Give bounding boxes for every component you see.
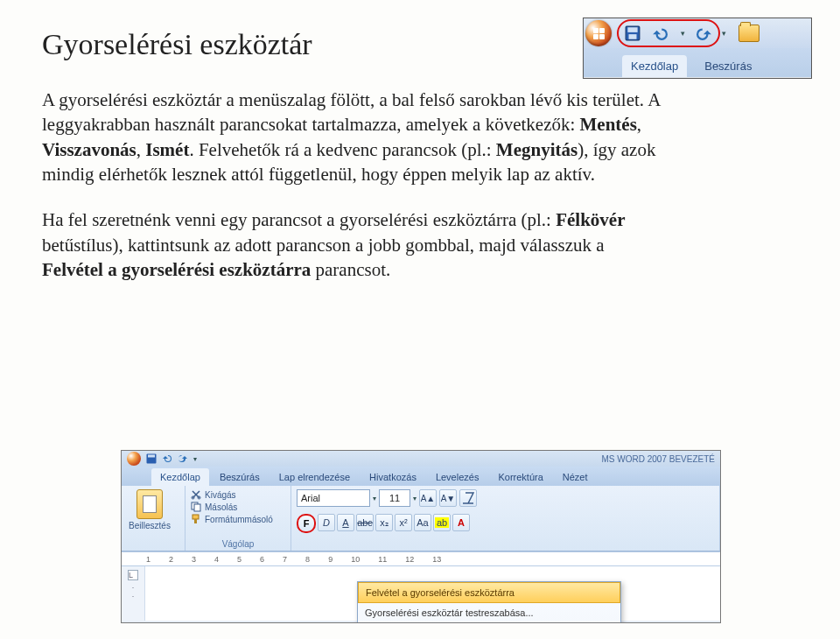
paste-button[interactable]: Beillesztés <box>127 489 172 530</box>
ribbon-content: Beillesztés Kivágás Másolás Formátummáso… <box>122 486 720 551</box>
ruler-tick: 6 <box>260 555 264 564</box>
redo-icon[interactable] <box>696 25 712 41</box>
paragraph-2: Ha fel szeretnénk venni egy parancsot a … <box>42 207 663 282</box>
p2-felkover: Félkövér <box>556 209 625 230</box>
undo-dropdown-icon[interactable]: ▾ <box>681 29 685 38</box>
grow-font-button[interactable]: A▲ <box>419 489 437 507</box>
font-color-button[interactable]: A <box>452 514 470 531</box>
paragraph-1: A gyorselérési eszköztár a menüszalag fö… <box>42 88 663 186</box>
p1-a: A gyorselérési eszköztár a menüszalag fö… <box>42 89 660 135</box>
chevron-down-icon[interactable]: ▾ <box>413 495 416 502</box>
svg-rect-9 <box>192 515 199 519</box>
ruler-tick: 10 <box>351 555 360 564</box>
tab-levelezes[interactable]: Levelezés <box>427 468 488 486</box>
clipboard-group-label: Vágólap <box>191 539 285 549</box>
redo-icon-small[interactable] <box>178 453 188 464</box>
tab-kezdolap[interactable]: Kezdőlap <box>622 55 687 77</box>
qat-strip: ▾ ▾ <box>584 18 811 48</box>
ribbon-tabs: Kezdőlap Beszúrás Lap elrendezése Hivatk… <box>122 467 720 486</box>
font-name-dropdown[interactable]: Arial <box>297 489 370 507</box>
ruler-tick: 9 <box>328 555 332 564</box>
p1-c: , <box>637 114 641 135</box>
p1-megnyitas: Megnyitás <box>496 139 578 160</box>
paste-label: Beillesztés <box>129 521 171 530</box>
cut-button[interactable]: Kivágás <box>191 489 285 500</box>
italic-button[interactable]: D <box>318 514 335 531</box>
bold-button[interactable]: F <box>297 514 316 533</box>
tab-korrektura[interactable]: Korrektúra <box>489 468 551 486</box>
copy-label: Másolás <box>205 502 237 512</box>
shrink-font-button[interactable]: A▼ <box>439 489 457 507</box>
chevron-down-icon[interactable]: ▾ <box>373 495 376 502</box>
menu-item-customize-qat[interactable]: Gyorselérési eszköztár testreszabása... <box>358 603 620 623</box>
ruler-tick: 4 <box>214 555 219 564</box>
ruler-tick: 5 <box>237 555 242 564</box>
page-title: Gyorselérési eszköztár <box>42 28 312 61</box>
svg-rect-1 <box>627 27 637 32</box>
svg-rect-4 <box>148 455 155 458</box>
subscript-button[interactable]: x₂ <box>375 514 393 531</box>
window-title-text: MS WORD 2007 BEVEZETÉ <box>602 454 715 464</box>
p2-e: parancsot. <box>311 259 390 280</box>
change-case-button[interactable]: Aa <box>414 514 431 531</box>
tab-hivatkozas[interactable]: Hivatkozás <box>360 468 425 486</box>
menu-item-add-to-qat[interactable]: Felvétel a gyorselérési eszköztárra <box>358 582 620 603</box>
svg-rect-8 <box>194 504 200 511</box>
ribbon-context-menu-figure: ▾ MS WORD 2007 BEVEZETÉ Kezdőlap Beszúrá… <box>121 450 721 623</box>
window-titlebar: ▾ MS WORD 2007 BEVEZETÉ <box>122 451 720 467</box>
p1-mentes: Mentés <box>580 114 637 135</box>
ruler-tick: 1 <box>146 555 150 564</box>
ruler-tick: 3 <box>192 555 196 564</box>
strikethrough-button[interactable]: abc <box>356 514 374 531</box>
format-painter-label: Formátummásoló <box>205 515 273 524</box>
format-painter-button[interactable]: Formátummásoló <box>191 514 285 524</box>
qat-dropdown-small-icon[interactable]: ▾ <box>193 455 197 463</box>
paste-group: Beillesztés <box>122 486 186 551</box>
context-menu: Felvétel a gyorselérési eszköztárra Gyor… <box>357 581 621 623</box>
office-button[interactable] <box>585 20 612 46</box>
tab-nezet[interactable]: Nézet <box>554 468 597 486</box>
font-group: Arial ▾ 11 ▾ A▲ A▼ F D A abc x₂ x² Aa ab… <box>291 486 720 551</box>
vertical-ruler: L ·· <box>122 566 145 621</box>
horizontal-ruler: 1 2 3 4 5 6 7 8 9 10 11 12 13 <box>122 551 720 566</box>
paste-icon <box>136 489 163 519</box>
ruler-tick: 12 <box>405 555 414 564</box>
font-size-dropdown[interactable]: 11 <box>379 489 410 507</box>
p2-c: betűstílus), kattintsunk az adott paranc… <box>42 235 605 256</box>
svg-rect-10 <box>194 519 197 523</box>
p1-g: . Felvehetők rá a kedvenc parancsok (pl.… <box>189 139 495 160</box>
underline-button[interactable]: A <box>337 514 354 531</box>
ruler-tick: 7 <box>283 555 287 564</box>
ruler-tick: 2 <box>169 555 173 564</box>
quick-access-toolbar-figure: ▾ ▾ Kezdőlap Beszúrás <box>583 18 812 79</box>
tab-selector-icon[interactable]: L <box>128 570 138 580</box>
undo-icon-small[interactable] <box>162 453 172 464</box>
office-button-small[interactable] <box>127 452 141 466</box>
qat-highlight-oval: ▾ <box>617 19 720 47</box>
tab-beszuras[interactable]: Beszúrás <box>696 55 760 77</box>
open-folder-icon[interactable] <box>738 25 760 42</box>
p1-visszavonas: Visszavonás <box>42 139 136 160</box>
save-icon[interactable] <box>625 25 640 41</box>
qat-customize-dropdown-icon[interactable]: ▾ <box>722 29 726 38</box>
ruler-tick: 8 <box>305 555 310 564</box>
clipboard-group: Kivágás Másolás Formátummásoló Vágólap <box>186 486 291 551</box>
p2-felvetel: Felvétel a gyorselérési eszköztárra <box>42 259 311 280</box>
undo-icon[interactable] <box>652 25 668 41</box>
svg-rect-2 <box>628 34 636 39</box>
p1-ismet: Ismét <box>145 139 189 160</box>
superscript-button[interactable]: x² <box>395 514 412 531</box>
highlight-button[interactable]: ab <box>433 514 451 531</box>
p1-e: , <box>136 139 146 160</box>
tab-kezdolap-big[interactable]: Kezdőlap <box>151 468 209 486</box>
clear-format-button[interactable] <box>459 489 477 507</box>
ruler-tick: 11 <box>378 555 387 564</box>
tab-lapelrendezese[interactable]: Lap elrendezése <box>270 468 359 486</box>
tab-beszuras-big[interactable]: Beszúrás <box>211 468 269 486</box>
ruler-tick: 13 <box>432 555 441 564</box>
p2-a: Ha fel szeretnénk venni egy parancsot a … <box>42 209 556 230</box>
body-text: A gyorselérési eszköztár a menüszalag fö… <box>42 88 663 303</box>
cut-label: Kivágás <box>205 490 236 500</box>
copy-button[interactable]: Másolás <box>191 502 285 512</box>
save-icon-small[interactable] <box>146 453 157 464</box>
